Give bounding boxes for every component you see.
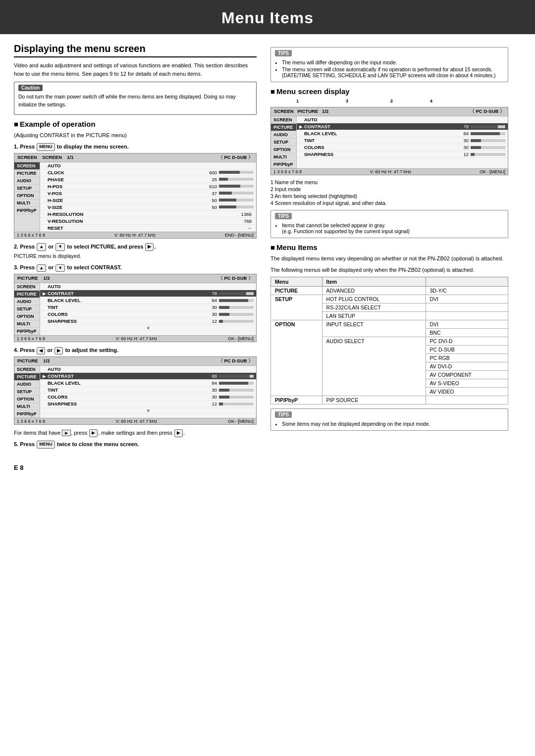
step4-label: 4. Press ◀ or ▶ to adjust the setting. <box>14 346 257 354</box>
down-button2-icon[interactable]: ▼ <box>55 264 65 272</box>
sb2-pip: PIP/PbyP <box>14 328 40 335</box>
caution-box: Caution Do not turn the main power switc… <box>14 82 257 115</box>
rs-sb-screen: SCREEN <box>271 116 296 124</box>
s2-contrast: ▶CONTRAST78 <box>40 290 256 297</box>
menu-items-para1: The displayed menu items vary depending … <box>270 254 508 263</box>
td-as-pcrgb: PC RGB <box>426 354 508 362</box>
screen1-footer-btn: END···[MENU] <box>225 233 254 238</box>
rs-sb-picture: PICTURE <box>271 124 296 131</box>
screen2: PICTURE 1/2 〈 PC D-SUB 〉 SCREEN PICTURE … <box>14 274 257 342</box>
rs-black: BLACK LEVEL84 <box>297 130 508 137</box>
td-as-avdvid: AV DVI-D <box>426 362 508 371</box>
s2-auto: AUTO <box>40 283 256 290</box>
step2-sub: PICTURE menu is displayed. <box>14 252 257 260</box>
sb3-screen: SCREEN <box>14 366 40 373</box>
tips-label-3: TIPS <box>275 411 292 418</box>
left-button-icon[interactable]: ◀ <box>37 347 45 355</box>
sb2-picture: PICTURE <box>14 291 40 298</box>
rs-colors: COLORS30 <box>297 144 508 151</box>
row-hpos: H-POS610 <box>40 183 256 190</box>
screen1-footer-res: 1 3 6 6 x 7 6 8 <box>17 233 45 238</box>
right-screen: SCREEN PICTURE 1/2 〈 PC D-SUB 〉 SCREEN P… <box>270 107 508 175</box>
td-dvi: DVI <box>426 295 508 303</box>
rs-contrast: ▶CONTRAST78 <box>297 123 508 130</box>
row-hres: H-RESOLUTION1366 <box>40 211 256 218</box>
tips-list-2: Items that cannot be selected appear in … <box>275 222 504 234</box>
right-button-icon[interactable]: ▶ <box>54 347 63 355</box>
screen2-main: AUTO ▶CONTRAST78 BLACK LEVEL84 TINT30 CO… <box>40 283 256 335</box>
screen1-main: AUTO CLOCK600 PHASE25 H-POS610 V-POS37 H… <box>40 162 256 232</box>
example-subtitle: (Adjusting CONTRAST in the PICTURE menu) <box>14 131 257 140</box>
s3-black: BLACK LEVEL84 <box>40 380 256 387</box>
td-as-avvid: AV VIDEO <box>426 388 508 396</box>
td-as-pcdsub: PC D-SUB <box>426 346 508 354</box>
rs-sidebar: SCREEN PICTURE AUDIO SETUP OPTION MULTI … <box>271 116 297 168</box>
sidebar-screen: SCREEN <box>14 162 40 170</box>
sb3-pip: PIP/PbyP <box>14 410 40 418</box>
screen1-footer-freq: V: 60 Hz H: 47.7 kHz <box>114 233 156 238</box>
screen3-header-signal: 〈 PC D-SUB 〉 <box>218 358 253 364</box>
table-row: SETUP HOT PLUG CONTROL DVI <box>271 295 508 303</box>
ok-button-icon[interactable]: ▶ <box>145 243 154 251</box>
tips1-item2: The menu screen will close automatically… <box>282 66 504 78</box>
screen3-header-left: PICTURE 1/2 <box>17 358 50 364</box>
ok-btn3-icon[interactable]: ▶ <box>174 429 183 437</box>
td-empty2 <box>426 312 508 320</box>
arrow-icon: ► <box>62 430 71 436</box>
td-as-avcomp: AV COMPONENT <box>426 371 508 379</box>
disp-item3: 3 An item being selected (highlighted) <box>270 193 508 199</box>
row-vpos: V-POS37 <box>40 190 256 197</box>
menu-button-icon[interactable]: MENU <box>37 143 55 151</box>
td-picture: PICTURE <box>271 287 322 295</box>
tips-box-2: TIPS Items that cannot be selected appea… <box>270 210 508 238</box>
screen2-footer-btn: OK···[MENU] <box>228 336 254 341</box>
screen3: PICTURE 1/2 〈 PC D-SUB 〉 SCREEN PICTURE … <box>14 356 257 425</box>
menu-display-title: Menu screen display <box>270 87 508 96</box>
s2-black: BLACK LEVEL84 <box>40 297 256 304</box>
menu-items-para2: The following menus will be displayed on… <box>270 266 508 274</box>
sb2-setup: SETUP <box>14 305 40 313</box>
rs-footer-freq: V: 60 Hz H: 47.7 kHz <box>370 169 412 174</box>
sidebar-multi: MULTI <box>14 200 40 207</box>
screen1-header-left: SCREEN SCREEN 1/1 <box>17 154 74 161</box>
rs-header-signal: 〈 PC D-SUB 〉 <box>470 108 505 115</box>
sb3-multi: MULTI <box>14 403 40 410</box>
td-pipsource: PIP SOURCE <box>322 396 426 404</box>
rs-footer-res: 1 3 6 6 x 7 6 8 <box>273 169 302 174</box>
down-button-icon[interactable]: ▼ <box>55 243 65 251</box>
td-3dyc: 3D-Y/C <box>426 287 508 295</box>
col-num-3: 3 <box>346 99 348 103</box>
s3-contrast: ▶CONTRAST88 <box>40 373 256 380</box>
menu-items-title: Menu Items <box>270 243 508 252</box>
rs-sb-pip: PIP/PbyP <box>271 161 296 168</box>
td-is-dvi: DVI <box>426 320 508 329</box>
screen3-sidebar: SCREEN PICTURE AUDIO SETUP OPTION MULTI … <box>14 366 40 418</box>
rs-sharp: SHARPNESS12 <box>297 151 508 158</box>
screen1-header-signal: 〈 PC D-SUB 〉 <box>218 154 253 161</box>
menu-button2-icon[interactable]: MENU <box>37 441 55 449</box>
th-sub <box>426 277 508 287</box>
sb3-option: OPTION <box>14 396 40 403</box>
tips-label-2: TIPS <box>275 213 292 219</box>
up-button2-icon[interactable]: ▲ <box>37 264 46 272</box>
row-reset: RESET→ <box>40 225 256 232</box>
page-footer: E 8 <box>0 459 535 476</box>
screen2-header-signal: 〈 PC D-SUB 〉 <box>218 275 253 282</box>
caution-text: Do not turn the main power switch off wh… <box>18 93 252 109</box>
table-row: PICTURE ADVANCED 3D-Y/C <box>271 287 508 295</box>
sidebar-audio: AUDIO <box>14 177 40 185</box>
ok-btn2-icon[interactable]: ▶ <box>89 429 98 437</box>
row-vres: V-RESOLUTION768 <box>40 218 256 225</box>
up-button-icon[interactable]: ▲ <box>37 243 46 251</box>
page-number: E 8 <box>14 464 24 471</box>
td-audioselect: AUDIO SELECT <box>322 337 426 396</box>
td-pipbyp: PIP/PbyP <box>271 396 322 404</box>
row-phase: PHASE25 <box>40 176 256 183</box>
td-hotplug: HOT PLUG CONTROL <box>322 295 426 303</box>
screen2-sidebar: SCREEN PICTURE AUDIO SETUP OPTION MULTI … <box>14 283 40 335</box>
table-row: OPTION INPUT SELECT DVI <box>271 320 508 329</box>
tips-box-3: TIPS Some items may not be displayed dep… <box>270 408 508 431</box>
display-numbered-list: 1 Name of the menu 2 Input mode 3 An ite… <box>270 179 508 206</box>
s3-sharp: SHARPNESS12 <box>40 401 256 407</box>
disp-item4: 4 Screen resolution of input signal, and… <box>270 200 508 206</box>
